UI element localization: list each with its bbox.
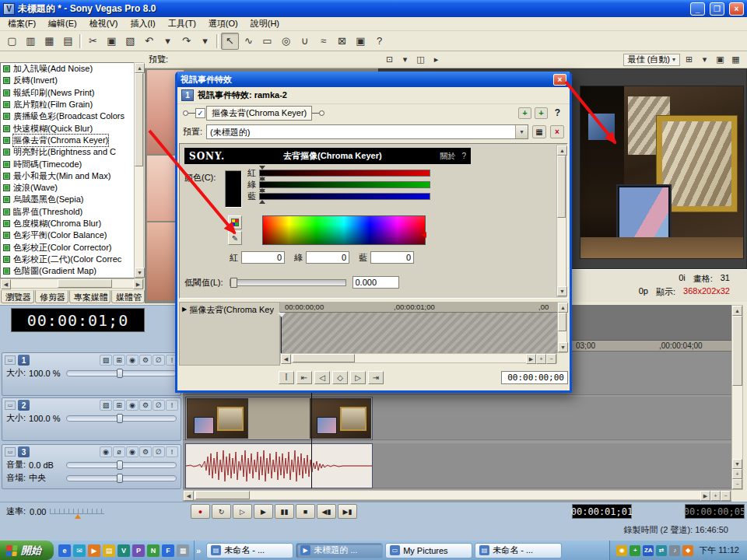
quick-launch-overflow-icon[interactable]: » (195, 546, 202, 555)
scrollbar-thumb[interactable] (195, 491, 250, 499)
zoom-edit-tool-icon[interactable]: ◎ (277, 33, 295, 50)
selection-end-time-display[interactable]: 00:00:00;05 (685, 504, 745, 519)
track-size-slider[interactable] (66, 370, 177, 376)
zoom-in-timeline-button[interactable]: + (710, 491, 721, 501)
window-titlebar[interactable]: V 未標題的 * - Sony Vegas Pro 8.0 _ ❐ × (0, 0, 747, 17)
scroll-left-button[interactable]: ◀ (1, 279, 11, 289)
video-event-clip[interactable] (185, 397, 373, 440)
threshold-input[interactable] (352, 276, 399, 289)
save-preset-icon[interactable]: ▦ (532, 125, 546, 138)
toolbar-separator[interactable] (216, 34, 219, 48)
mute-icon[interactable]: ∅ (153, 355, 165, 366)
overlays-grid-icon[interactable]: ⊞ (682, 53, 696, 67)
audio-event-clip[interactable] (185, 443, 373, 488)
save-project-icon[interactable]: ▦ (40, 33, 58, 50)
minimize-track-icon[interactable]: ▭ (5, 447, 16, 457)
plugin-list-item[interactable]: 波浪(Wave) (1, 182, 134, 194)
cut-icon[interactable]: ✂ (84, 33, 102, 50)
record-button[interactable]: ● (191, 504, 210, 519)
palette-picker-icon[interactable] (228, 215, 242, 229)
timeline-vscrollbar[interactable]: ▲ ▼ + − (731, 305, 743, 490)
normal-edit-tool-icon[interactable]: ↖ (221, 33, 239, 50)
plugin-list-item[interactable]: 摳像去背(Chroma Keyer) (1, 135, 134, 146)
channel-slider[interactable] (259, 170, 430, 177)
chain-plugin-button[interactable]: 摳像去背(Chroma Keyer) (206, 106, 312, 121)
preview-device-dropdown-icon[interactable]: ▾ (398, 53, 412, 67)
delete-preset-icon[interactable]: × (550, 125, 564, 138)
pause-button[interactable]: ▮▮ (275, 504, 294, 519)
taskbar-window-button[interactable]: ▶ 未標題的 ... (296, 543, 383, 558)
loop-playback-button[interactable]: ↻ (212, 504, 231, 519)
scrollbar-thumb[interactable] (732, 316, 742, 386)
save-snapshot-icon[interactable]: ▦ (728, 53, 743, 67)
network-icon[interactable]: ⇄ (656, 545, 667, 556)
go-to-start-button[interactable]: ◀▮ (317, 504, 336, 519)
track-size-slider[interactable] (66, 415, 177, 422)
open-project-icon[interactable]: ▥ (22, 33, 40, 50)
folder-icon[interactable]: ▤ (103, 544, 115, 557)
slider-knob[interactable] (230, 278, 237, 288)
minimize-track-icon[interactable]: ▭ (5, 355, 16, 365)
scrollbar-thumb[interactable] (557, 156, 566, 218)
preview-quality-dropdown[interactable]: 最佳 (自動) ▾ (623, 54, 680, 66)
scroll-down-button[interactable]: ▼ (135, 268, 145, 278)
track-volume-slider[interactable] (66, 462, 177, 468)
tab-trimmer[interactable]: 修剪器 (35, 290, 68, 303)
envelope-edit-tool-icon[interactable]: ∿ (240, 33, 258, 50)
solo-icon[interactable]: ! (166, 446, 178, 457)
taskbar-window-button[interactable]: ▭ My Pictures (385, 543, 472, 558)
rate-slider-knob[interactable] (75, 514, 81, 519)
play-from-start-button[interactable]: ▷ (233, 504, 252, 519)
taskbar-window-button[interactable]: ▤ 未命名 - ... (475, 543, 562, 558)
tab-project-media[interactable]: 專案媒體 (69, 290, 110, 303)
menu-tools[interactable]: 工具(T) (162, 16, 202, 31)
scroll-up-button[interactable]: ▲ (558, 303, 568, 313)
plugin-list-item[interactable]: 色彩平衡(Color Balance) (1, 229, 134, 241)
scroll-right-button[interactable]: ▶ (526, 354, 536, 364)
scroll-left-button[interactable]: ◀ (281, 354, 291, 364)
project-properties-icon[interactable]: ▤ (59, 33, 77, 50)
keyframe-row-header[interactable]: ▶ 摳像去背(Chroma Key (179, 302, 280, 366)
slider-knob[interactable] (117, 414, 123, 423)
keyframe-timeline[interactable] (280, 313, 557, 353)
menu-view[interactable]: 檢視(V) (83, 16, 124, 31)
chevron-down-icon[interactable]: ▾ (515, 125, 528, 138)
zoom-out-timeline-button[interactable]: − (721, 491, 731, 501)
plugin-ui-vscrollbar[interactable]: ▲ ▼ (556, 145, 566, 297)
plugin-list-item[interactable]: 明亮對比(Brightness and C (1, 146, 134, 158)
plugin-list-item[interactable]: 時間碼(Timecode) (1, 158, 134, 170)
scrollbar-thumb[interactable] (135, 73, 143, 166)
channel-value-input[interactable] (370, 251, 414, 264)
bypass-motion-blur-icon[interactable]: ▨ (100, 400, 112, 411)
copy-snapshot-icon[interactable]: ▣ (713, 53, 728, 67)
stop-button[interactable]: ■ (296, 504, 315, 519)
plugin-list-item[interactable]: 快速模糊(Quick Blur) (1, 122, 134, 134)
scrollbar-thumb[interactable] (58, 279, 112, 288)
plugin-list-item[interactable]: 色階圖(Gradient Map) (1, 265, 134, 277)
keyframe-cursor[interactable] (281, 313, 282, 353)
channel-slider[interactable] (259, 193, 430, 200)
toolbar-separator[interactable] (79, 34, 82, 48)
insert-plugin-icon[interactable]: + (518, 107, 531, 119)
track-motion-icon[interactable]: ⊞ (113, 400, 125, 411)
track-header-3[interactable]: ▭ 3 ◉ø◉⚙∅! 音量: 0.0 dB 音場: 中央 (2, 444, 181, 489)
go-to-end-button[interactable]: ▶▮ (338, 504, 357, 519)
paste-icon[interactable]: ▧ (121, 33, 139, 50)
update-icon[interactable]: ◉ (616, 545, 627, 556)
track-fx-icon[interactable]: ⚙ (139, 446, 152, 457)
keyframe-hscrollbar[interactable]: ◀ ▶ + − (280, 353, 557, 363)
plugin-list-vscrollbar[interactable]: ▲ ▼ (134, 62, 144, 278)
enable-snapping-icon[interactable]: ∪ (296, 33, 314, 50)
copy-icon[interactable]: ▣ (103, 33, 121, 50)
track-header-1[interactable]: ▭ 1 ▨⊞◉⚙∅! 大小: 100.0 % (2, 352, 181, 396)
mute-icon[interactable]: ∅ (153, 400, 165, 411)
plugin-list-item[interactable]: 最小和最大(Min and Max) (1, 170, 134, 182)
plugin-list-item[interactable]: 廣播級色彩(Broadcast Colors (1, 110, 134, 122)
track-motion-icon[interactable]: ⊞ (113, 355, 125, 366)
arm-record-icon[interactable]: ◉ (100, 446, 112, 457)
taskbar-window-button[interactable]: ▤ 未命名 - ... (206, 543, 293, 558)
menu-help[interactable]: 說明(H) (244, 16, 286, 31)
next-keyframe-icon[interactable]: ▷ (350, 371, 366, 384)
browser-icon[interactable]: F (162, 544, 174, 557)
automation-settings-icon[interactable]: ◉ (126, 446, 139, 457)
